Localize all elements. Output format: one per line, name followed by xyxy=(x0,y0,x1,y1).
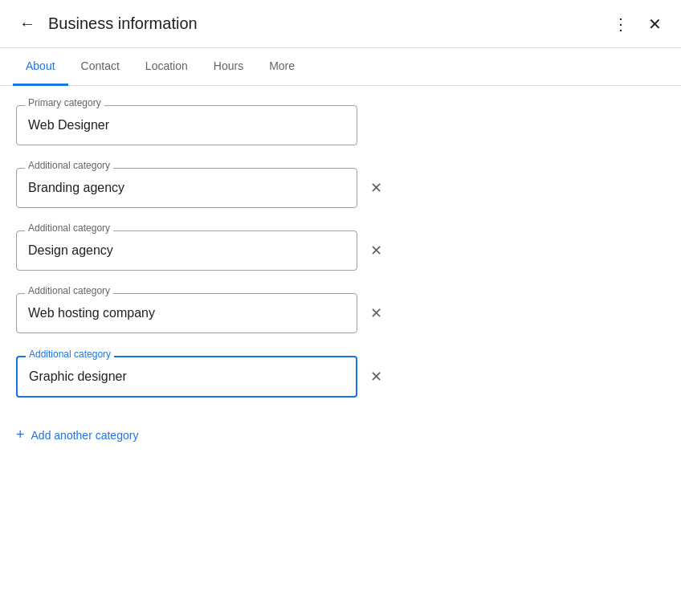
primary-category-value: Web Designer xyxy=(28,118,109,132)
category-input-1[interactable]: Additional category Branding agency xyxy=(16,168,357,208)
primary-category-field: Primary category Web Designer xyxy=(16,105,357,145)
category-input-4[interactable]: Additional category Graphic designer xyxy=(16,356,357,398)
back-icon: ← xyxy=(19,14,35,33)
tab-more[interactable]: More xyxy=(256,48,308,86)
tab-contact[interactable]: Contact xyxy=(68,48,133,86)
page-title: Business information xyxy=(48,14,606,33)
remove-icon-2: ✕ xyxy=(370,242,382,259)
fieldset-row-3: Additional category Web hosting company … xyxy=(16,293,665,333)
remove-icon-3: ✕ xyxy=(370,304,382,322)
tab-hours[interactable]: Hours xyxy=(201,48,256,86)
close-icon: ✕ xyxy=(648,14,662,34)
category-value-2: Design agency xyxy=(28,243,113,257)
primary-category-legend: Primary category xyxy=(25,98,104,108)
remove-category-1-button[interactable]: ✕ xyxy=(367,176,385,200)
category-label-2: Additional category xyxy=(25,223,113,233)
fieldset-row-2: Additional category Design agency ✕ xyxy=(16,230,665,271)
fieldset-row-4: Additional category Graphic designer ✕ xyxy=(16,356,665,398)
tabs-bar: About Contact Location Hours More xyxy=(0,48,681,86)
back-button[interactable]: ← xyxy=(13,8,42,39)
additional-category-field-2: Additional category Design agency ✕ xyxy=(16,230,665,271)
more-icon: ⋮ xyxy=(613,14,629,34)
content-area: Primary category Web Designer Additional… xyxy=(0,86,681,469)
remove-category-4-button[interactable]: ✕ xyxy=(367,365,385,389)
close-button[interactable]: ✕ xyxy=(642,8,668,40)
fieldset-row-1: Additional category Branding agency ✕ xyxy=(16,168,665,208)
category-label-4: Additional category xyxy=(26,349,114,359)
add-category-button[interactable]: + Add another category xyxy=(16,420,138,450)
category-input-3[interactable]: Additional category Web hosting company xyxy=(16,293,357,333)
add-category-label: Add another category xyxy=(31,429,139,442)
tab-about[interactable]: About xyxy=(13,48,68,86)
plus-icon: + xyxy=(16,426,25,443)
additional-category-field-4: Additional category Graphic designer ✕ xyxy=(16,356,665,398)
remove-icon-1: ✕ xyxy=(370,179,382,197)
category-value-3: Web hosting company xyxy=(28,306,155,320)
remove-category-3-button[interactable]: ✕ xyxy=(367,301,385,325)
category-input-2[interactable]: Additional category Design agency xyxy=(16,230,357,271)
tab-location[interactable]: Location xyxy=(133,48,201,86)
header: ← Business information ⋮ ✕ xyxy=(0,0,681,48)
remove-icon-4: ✕ xyxy=(370,368,382,386)
category-value-1: Branding agency xyxy=(28,181,124,194)
additional-category-field-3: Additional category Web hosting company … xyxy=(16,293,665,333)
header-actions: ⋮ ✕ xyxy=(606,8,668,40)
category-label-1: Additional category xyxy=(25,161,113,170)
category-value-4: Graphic designer xyxy=(29,369,127,383)
remove-category-2-button[interactable]: ✕ xyxy=(367,239,385,263)
category-label-3: Additional category xyxy=(25,286,113,296)
additional-category-field-1: Additional category Branding agency ✕ xyxy=(16,168,665,208)
more-options-button[interactable]: ⋮ xyxy=(606,8,635,40)
